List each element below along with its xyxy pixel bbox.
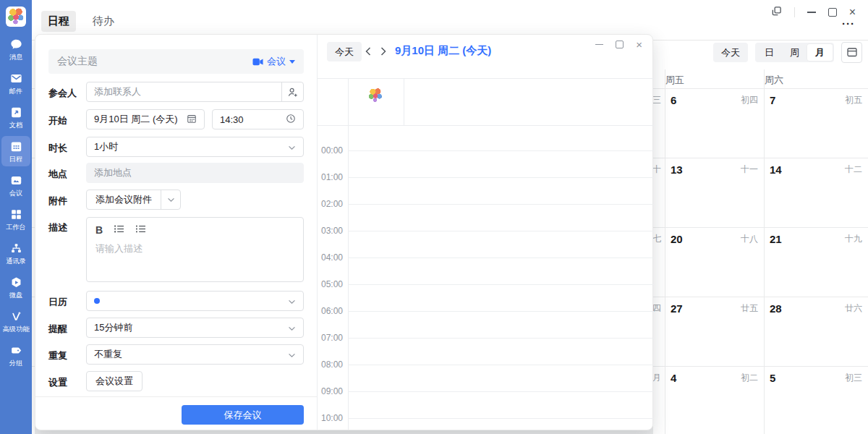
meeting-settings-button[interactable]: 会议设置	[86, 371, 142, 391]
sidebar-item-schedule[interactable]: 日程	[1, 136, 30, 166]
hour-label: 10:00	[318, 413, 343, 423]
location-input[interactable]: 添加地点	[86, 163, 304, 183]
view-week[interactable]: 周	[782, 44, 807, 61]
hour-label: 05:00	[318, 279, 343, 289]
add-attachment-text: 添加会议附件	[87, 193, 161, 206]
tab-todo[interactable]: 待办	[86, 11, 121, 32]
month-cell[interactable]: 13 十一	[665, 163, 764, 176]
month-cell[interactable]: 6 初四	[665, 94, 764, 106]
sidebar-item-drive[interactable]: 微盘	[1, 272, 30, 302]
contacts-org-icon	[9, 241, 23, 255]
chevron-left-icon	[365, 47, 371, 56]
maximize-icon[interactable]	[616, 41, 624, 48]
reminder-select[interactable]: 15分钟前	[86, 318, 304, 338]
settings-label: 设置	[48, 376, 67, 389]
close-icon[interactable]: ×	[849, 7, 856, 18]
minimize-icon[interactable]	[807, 12, 816, 13]
date-number: 20	[671, 233, 683, 245]
maximize-icon[interactable]	[828, 8, 837, 17]
view-month[interactable]: 月	[807, 44, 833, 61]
sidebar-item-advanced[interactable]: 高级功能	[1, 306, 30, 336]
divider	[794, 7, 795, 17]
grid-line	[404, 78, 404, 125]
sidebar-item-groups[interactable]: 分组	[1, 340, 30, 370]
date-number: 5	[770, 372, 775, 384]
chevron-down-icon	[167, 197, 175, 203]
meeting-title-input[interactable]: 会议主题 会议	[48, 49, 304, 74]
weekday-header-saturday: 周六	[765, 74, 783, 87]
sidebar-item-docs[interactable]: 文档	[1, 102, 30, 132]
bullet-list-button[interactable]	[114, 224, 124, 237]
date-number: 7	[770, 94, 775, 106]
repeat-select[interactable]: 不重复	[86, 344, 304, 365]
layout-panel-button[interactable]	[841, 42, 862, 63]
sidebar-item-workbench[interactable]: 工作台	[1, 204, 30, 234]
month-cell[interactable]: 20 十八	[665, 233, 764, 245]
view-switcher: 日 周 月	[755, 43, 834, 62]
sidebar-item-meeting[interactable]: 会议	[1, 170, 30, 200]
hour-label: 08:00	[318, 359, 343, 370]
month-cell[interactable]: 4 初二	[665, 372, 764, 384]
month-cell[interactable]: 27 廿五	[665, 302, 764, 315]
attendee-avatar[interactable]	[367, 87, 384, 104]
tag-icon	[9, 343, 23, 357]
date-number: 4	[671, 372, 676, 384]
next-day-button[interactable]	[378, 46, 389, 57]
repeat-value: 不重复	[94, 348, 122, 361]
chevron-down-icon	[288, 349, 296, 360]
date-number: 21	[770, 233, 782, 245]
calendar-select[interactable]	[86, 291, 304, 311]
sidebar-item-mail[interactable]: 邮件	[1, 68, 30, 98]
add-contact-button[interactable]	[281, 82, 303, 101]
sidebar-item-messages[interactable]: 消息	[1, 34, 30, 64]
popout-icon[interactable]	[771, 6, 782, 20]
start-date-picker[interactable]: 9月10日 周二 (今天)	[86, 109, 205, 129]
date-picker-icon	[187, 114, 197, 126]
video-camera-icon	[252, 57, 263, 67]
start-time-picker[interactable]: 14:30	[212, 109, 304, 129]
view-day[interactable]: 日	[757, 44, 782, 61]
avatar-image	[6, 7, 26, 27]
minimize-icon[interactable]	[595, 44, 603, 45]
participants-input[interactable]: 添加联系人	[86, 82, 304, 102]
sidebar-item-contacts[interactable]: 通讯录	[1, 238, 30, 268]
save-meeting-button[interactable]: 保存会议	[182, 405, 304, 425]
month-cell[interactable]: 28 廿六	[764, 302, 868, 315]
month-cell[interactable]: 7 初五	[764, 94, 868, 106]
grid-line	[317, 125, 654, 126]
chevron-down-icon	[288, 142, 296, 153]
participants-label: 参会人	[48, 87, 77, 100]
meeting-type-dropdown[interactable]: 会议	[252, 55, 295, 68]
lunar-date: 廿五	[741, 302, 758, 315]
month-cell[interactable]: 14 十二	[764, 163, 868, 176]
day-grid[interactable]	[348, 150, 654, 420]
prev-day-button[interactable]	[362, 46, 374, 57]
month-cell[interactable]: 21 十九	[764, 233, 868, 245]
duration-select[interactable]: 1小时	[86, 137, 304, 157]
numbered-list-button[interactable]	[135, 224, 146, 237]
sidebar-item-label: 日程	[9, 155, 22, 164]
more-icon[interactable]: ···	[842, 17, 855, 30]
add-attachment-button[interactable]: 添加会议附件	[86, 190, 181, 210]
divider	[35, 396, 317, 397]
attachment-label: 附件	[48, 195, 67, 208]
day-view-today-button[interactable]: 今天	[327, 42, 362, 61]
sidebar-item-label: 分组	[9, 359, 22, 368]
bold-button[interactable]: B	[95, 224, 103, 236]
sidebar-item-label: 消息	[9, 53, 22, 62]
lunar-date: 初五	[845, 94, 862, 106]
description-editor[interactable]: B 请输入描述	[86, 217, 304, 282]
date-number: 14	[770, 163, 782, 176]
attachment-dropdown-button[interactable]	[161, 190, 180, 209]
month-cell[interactable]: 5 初三	[764, 372, 868, 384]
today-button[interactable]: 今天	[713, 43, 748, 62]
start-label: 开始	[48, 114, 67, 127]
calendar-icon	[9, 139, 23, 153]
close-icon[interactable]: ×	[636, 39, 642, 50]
drive-icon	[9, 275, 23, 289]
tab-schedule[interactable]: 日程	[41, 11, 76, 32]
user-avatar[interactable]	[6, 7, 26, 27]
bullet-list-icon	[114, 224, 124, 234]
avatar-image	[367, 87, 384, 104]
lunar-date: 十二	[845, 163, 862, 176]
